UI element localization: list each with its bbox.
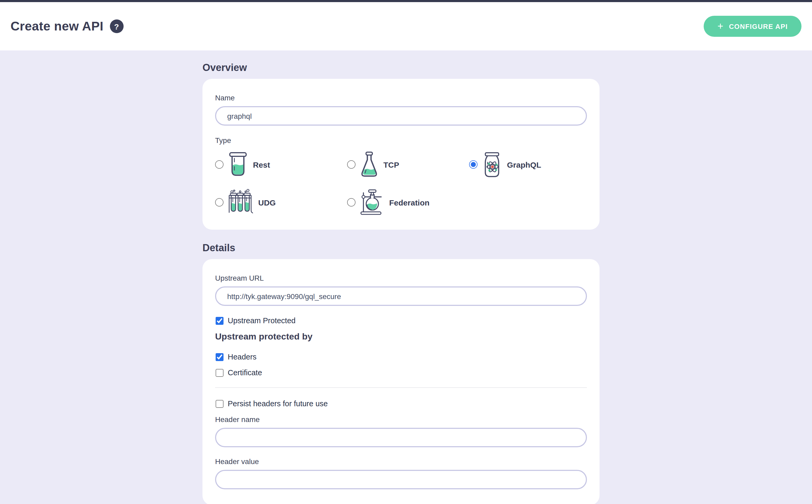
type-option-udg[interactable]: UDG	[215, 183, 347, 221]
type-option-label: GraphQL	[507, 160, 541, 169]
header-name-input[interactable]	[215, 428, 587, 447]
page-content: Overview Name Type	[0, 50, 812, 504]
persist-headers-label: Persist headers for future use	[228, 399, 328, 408]
name-input[interactable]	[215, 106, 587, 126]
upstream-protected-by-title: Upstream protected by	[215, 332, 587, 342]
beaker-icon	[228, 151, 248, 178]
federation-radio[interactable]	[347, 198, 355, 207]
overview-section-title: Overview	[202, 62, 600, 74]
persist-headers-checkbox-row[interactable]: Persist headers for future use	[215, 399, 587, 408]
graphql-radio[interactable]	[469, 160, 478, 169]
type-option-label: Federation	[389, 198, 430, 207]
overview-card: Name Type	[202, 79, 600, 230]
page-title: Create new API	[11, 19, 103, 34]
header-value-label: Header value	[215, 457, 587, 466]
configure-api-button-label: CONFIGURE API	[729, 22, 788, 30]
headers-label: Headers	[228, 353, 257, 361]
create-new-api-page: Create new API ? + CONFIGURE API Overvie…	[0, 0, 812, 504]
configure-api-button[interactable]: + CONFIGURE API	[704, 16, 801, 37]
type-option-rest[interactable]: Rest	[215, 146, 347, 183]
certificate-checkbox[interactable]	[216, 369, 223, 377]
tcp-radio[interactable]	[347, 160, 355, 169]
headers-checkbox-row[interactable]: Headers	[215, 353, 587, 361]
udg-radio[interactable]	[215, 198, 223, 207]
upstream-url-label: Upstream URL	[215, 274, 587, 282]
help-icon[interactable]: ?	[110, 19, 123, 33]
persist-headers-checkbox[interactable]	[216, 400, 223, 408]
page-header: Create new API ? + CONFIGURE API	[0, 2, 812, 50]
type-option-graphql[interactable]: GraphQL	[469, 146, 587, 183]
type-radio-group: Rest TCP	[215, 146, 587, 221]
plus-icon: +	[718, 21, 724, 31]
rest-radio[interactable]	[215, 160, 223, 169]
details-card: Upstream URL Upstream Protected Upstream…	[202, 259, 600, 504]
upstream-protected-label: Upstream Protected	[228, 316, 295, 325]
header-value-input[interactable]	[215, 470, 587, 489]
type-option-federation[interactable]: Federation	[347, 183, 469, 221]
type-label: Type	[215, 136, 587, 145]
certificate-label: Certificate	[228, 368, 262, 377]
upstream-url-input[interactable]	[215, 286, 587, 306]
headers-checkbox[interactable]	[216, 353, 223, 361]
name-label: Name	[215, 94, 587, 102]
top-accent-bar	[0, 0, 812, 2]
type-option-label: Rest	[253, 160, 270, 169]
details-section-title: Details	[202, 242, 600, 254]
divider	[215, 387, 587, 388]
test-tube-rack-icon	[228, 188, 253, 217]
upstream-protected-checkbox-row[interactable]: Upstream Protected	[215, 316, 587, 325]
erlenmeyer-flask-icon	[360, 151, 378, 178]
upstream-protected-checkbox[interactable]	[216, 317, 223, 325]
type-option-tcp[interactable]: TCP	[347, 146, 469, 183]
atom-jar-icon	[482, 152, 502, 177]
type-option-label: UDG	[258, 198, 276, 207]
round-flask-stand-icon	[360, 188, 384, 217]
type-option-label: TCP	[383, 160, 399, 169]
certificate-checkbox-row[interactable]: Certificate	[215, 368, 587, 377]
header-name-label: Header name	[215, 415, 587, 424]
